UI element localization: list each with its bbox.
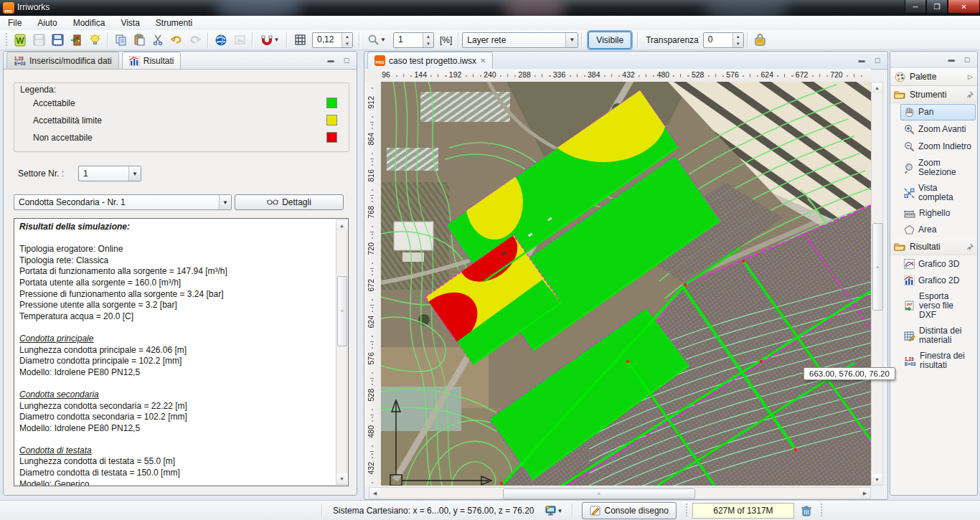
menu-aiuto[interactable]: Aiuto	[29, 16, 65, 29]
simulation-results-text[interactable]: Risultati della simulazione:Tipologia er…	[14, 218, 349, 486]
results-scrollbar[interactable]: ▲ ▼ ≡	[336, 219, 347, 485]
image-export-icon	[234, 34, 246, 46]
tab-caso-test-progetto[interactable]: PRO caso test progetto.iwsx ✕	[367, 52, 493, 69]
tab-risultati[interactable]: Risultati	[122, 52, 182, 69]
snap-button[interactable]: ▼	[256, 31, 283, 49]
layer-select[interactable]: Layer rete ▼	[462, 32, 578, 48]
grid-button[interactable]	[291, 31, 309, 49]
transparency-label: Transparenza	[646, 35, 699, 45]
visible-button[interactable]: Visibile	[588, 32, 631, 49]
transparency-spinner[interactable]: 0 ▲▼	[703, 32, 744, 48]
pin-icon[interactable]	[966, 243, 974, 250]
paste-button[interactable]	[130, 31, 149, 49]
materials-list-icon	[904, 331, 915, 341]
coordinate-system-button[interactable]: ▼	[540, 501, 567, 520]
hint-button[interactable]	[85, 31, 104, 49]
spin-down-icon[interactable]: ▼	[733, 40, 743, 47]
map-canvas[interactable]	[381, 82, 871, 486]
palette-item-zoom-avanti[interactable]: Zoom Avanti	[900, 121, 976, 138]
palette-item-area[interactable]: Area	[900, 222, 976, 237]
palette-item-zoom-indietro[interactable]: Zoom Indietro	[900, 138, 976, 155]
zoom-dropdown-arrow: ▼	[380, 37, 386, 43]
save-as-button[interactable]	[48, 31, 67, 49]
new-project-button[interactable]: W	[11, 31, 29, 49]
save-icon	[33, 34, 45, 46]
panel-minimize-icon[interactable]: ▬	[856, 55, 867, 65]
console-disegno-button[interactable]: Console disegno	[582, 502, 677, 519]
lock-layer-button[interactable]	[751, 31, 770, 49]
export-image-button[interactable]	[230, 31, 249, 49]
minimize-button[interactable]: ─	[905, 0, 926, 14]
results-line	[19, 378, 332, 389]
palette-item-zoom-selezione[interactable]: Zoom Selezione	[900, 156, 976, 180]
grid-size-spinner[interactable]: 0,12 ▲▼	[312, 32, 353, 48]
palette-item-grafico-2d[interactable]: Grafico 2D	[900, 273, 976, 288]
menu-strumenti[interactable]: Strumenti	[148, 16, 200, 29]
spin-down-icon[interactable]: ▼	[342, 40, 352, 47]
garbage-collect-button[interactable]	[797, 501, 816, 520]
results-line: Tipologia erogatore: Online	[19, 244, 332, 255]
map-vertical-scrollbar[interactable]: ▲ ▼ ≡	[871, 82, 883, 486]
ruler-tick	[372, 453, 373, 455]
palette-group-header-risultati[interactable]: Risultati	[890, 238, 977, 255]
scrollbar-thumb[interactable]: ≡	[337, 276, 347, 346]
zoom-tool-button[interactable]: ▼	[363, 31, 390, 49]
panel-minimize-icon[interactable]: ▬	[325, 55, 336, 65]
panel-maximize-icon[interactable]: ▢	[961, 55, 973, 64]
palette-item-grafico-3d[interactable]: Grafico 3D	[900, 256, 976, 272]
undo-button[interactable]	[167, 31, 186, 49]
scroll-up-icon[interactable]: ▲	[336, 220, 347, 231]
scrollbar-thumb[interactable]: ≡	[503, 488, 695, 499]
svg-text:dxf: dxf	[907, 302, 913, 306]
close-tab-icon[interactable]: ✕	[480, 57, 486, 65]
scroll-up-icon[interactable]: ▲	[872, 82, 882, 93]
palette-item-esporta-verso-file-dxf[interactable]: dxfEsporta verso file DXF	[900, 289, 976, 323]
spin-up-icon[interactable]: ▲	[733, 33, 743, 40]
palette-header[interactable]: Palette ▷	[890, 68, 977, 86]
palette-groups: StrumentiPanZoom AvantiZoom IndietroZoom…	[890, 86, 977, 373]
maximize-button[interactable]: ❐	[926, 0, 948, 14]
palette-item-finestra-dei-risultati[interactable]: 1,23E+03Finestra dei risultati	[900, 349, 976, 373]
pipe-select[interactable]: Condotta Secondaria - Nr. 1 ▼	[14, 194, 232, 210]
copy-button[interactable]	[111, 31, 130, 49]
palette-item-pan[interactable]: Pan	[900, 104, 976, 120]
scroll-right-icon[interactable]: ▶	[859, 488, 870, 498]
palette-item-vista-completa[interactable]: Vista completa	[900, 181, 976, 205]
exit-button[interactable]	[67, 31, 85, 49]
grid-size-value: 0,12	[313, 33, 341, 47]
menu-modifica[interactable]: Modifica	[65, 16, 113, 29]
pin-icon[interactable]	[966, 91, 974, 98]
details-button[interactable]: Dettagli	[235, 194, 344, 210]
legend-label: Accettabile	[33, 98, 75, 108]
results-line: Modello: Generico	[19, 479, 332, 486]
google-earth-button[interactable]	[212, 31, 230, 49]
spin-up-icon[interactable]: ▲	[342, 33, 352, 40]
tab-inserisci-modifica-dati[interactable]: 1,23E+03 Inserisci/modifica dati	[6, 52, 119, 69]
spin-up-icon[interactable]: ▲	[423, 33, 433, 40]
results-line: Temperatura acqua = 20.0 [C]	[19, 311, 332, 323]
menu-file[interactable]: File	[0, 16, 29, 29]
scroll-left-icon[interactable]: ◀	[369, 488, 380, 498]
palette-group-header-strumenti[interactable]: Strumenti	[890, 86, 977, 103]
scrollbar-thumb[interactable]: ≡	[872, 223, 883, 311]
ruler-y-label: 624	[367, 316, 375, 328]
menu-vista[interactable]: Vista	[113, 16, 147, 29]
scroll-down-icon[interactable]: ▼	[872, 474, 882, 485]
ruler-tick	[750, 74, 750, 77]
cut-button[interactable]	[149, 31, 167, 49]
redo-button[interactable]	[186, 31, 204, 49]
sector-select[interactable]: 1 ▼	[78, 166, 141, 181]
spin-down-icon[interactable]: ▼	[423, 40, 433, 47]
zoom-level-spinner[interactable]: 1 ▲▼	[393, 32, 434, 48]
panel-maximize-icon[interactable]: ▢	[341, 55, 352, 65]
palette-item-distinta-dei-materiali[interactable]: Distinta dei materiali	[900, 323, 976, 348]
scroll-down-icon[interactable]: ▼	[336, 473, 347, 484]
panel-maximize-icon[interactable]: ▢	[872, 55, 883, 65]
results-line: Modello: Idrolene PE80 PN12,5	[19, 367, 332, 379]
chevron-right-icon[interactable]: ▷	[968, 73, 973, 80]
save-button[interactable]	[29, 31, 48, 49]
map-horizontal-scrollbar[interactable]: ◀ ▶ ≡	[369, 487, 871, 499]
panel-minimize-icon[interactable]: ▬	[946, 55, 957, 64]
close-button[interactable]: ✕	[948, 0, 980, 14]
palette-item-righello[interactable]: Righello	[900, 206, 976, 221]
